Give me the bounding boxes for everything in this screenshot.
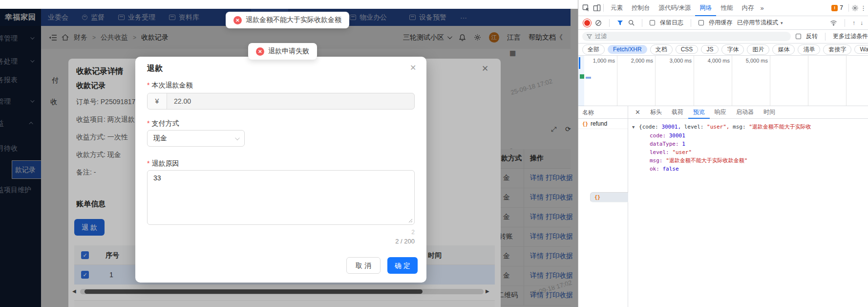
waterfall-bar [586, 77, 591, 79]
refund-reason-textarea[interactable]: 33 [147, 170, 415, 225]
filter-funnel-icon [587, 34, 592, 39]
devtools-panel: 元素 控制台 源代码/来源 网络 性能 内存 » ! 7 ⋮ [578, 0, 868, 307]
json-file-icon: {} [582, 121, 588, 127]
pay-method-select[interactable]: 现金 [147, 130, 245, 147]
tab-response[interactable]: 响应 [710, 106, 731, 119]
chip-manifest[interactable]: 清单 [798, 44, 820, 55]
required-mark: * [147, 81, 149, 89]
filter-placeholder: 过滤 [595, 32, 607, 41]
dialog-title: 退款 [147, 64, 163, 74]
char-counter: 2 / 200 [305, 238, 415, 245]
devtools-settings-icon[interactable] [851, 4, 859, 12]
error-toast: ✕ 退款金额不能大于实际收款金额 [226, 12, 349, 28]
json-property: msg: "退款金额不能大于实际收款金额" [632, 156, 868, 165]
reason-value: 33 [153, 174, 161, 182]
divider [642, 19, 642, 27]
network-toolbar: 保留日志 停用缓存 已停用节流模式 ▾ ↑ ↓ [578, 16, 868, 30]
tab-payload[interactable]: 载荷 [667, 106, 688, 119]
close-details-icon[interactable]: ✕ [635, 109, 640, 116]
chip-socket[interactable]: 套接字 [823, 44, 851, 55]
refund-amount-input[interactable]: ¥ 22.00 [147, 93, 415, 110]
cancel-button[interactable]: 取 消 [346, 257, 381, 274]
json-property: code: 30001 [632, 132, 868, 140]
network-filter-input[interactable]: 过滤 [582, 32, 791, 41]
main-app: 幸福家园 业委会 监督 业务受理 资料库 财务 停车 物业办公 [0, 0, 578, 307]
chip-all[interactable]: 全部 [582, 44, 605, 55]
currency-prefix: ¥ [148, 93, 167, 109]
tab-headers[interactable]: 标头 [645, 106, 667, 119]
tab-elements[interactable]: 元素 [606, 0, 627, 16]
selected-option: 现金 [153, 134, 167, 143]
confirm-button[interactable]: 确 定 [387, 257, 418, 274]
expand-triangle-icon[interactable]: ▼ [632, 123, 639, 132]
timeline-tick: 5,000 ms [734, 58, 768, 64]
more-filters-button[interactable]: 更多过滤条件 [833, 32, 868, 41]
tab-network[interactable]: 网络 [695, 0, 716, 16]
amount-label: *本次退款金额 [147, 81, 192, 90]
chip-doc[interactable]: 文档 [650, 44, 673, 55]
json-summary-line[interactable]: ▼{code: 30001, level: "user", msg: "退款金额… [632, 123, 868, 132]
tab-sources[interactable]: 源代码/来源 [655, 0, 696, 16]
record-network-icon[interactable] [584, 20, 590, 26]
divider [825, 33, 826, 41]
required-mark: * [147, 119, 149, 127]
devtools-main-toolbar: 元素 控制台 源代码/来源 网络 性能 内存 » ! 7 ⋮ [578, 0, 868, 16]
export-har-icon[interactable]: ↓ [860, 20, 863, 26]
more-tabs-icon[interactable]: » [758, 4, 765, 12]
resize-handle-icon[interactable] [408, 219, 413, 223]
chevron-down-icon [235, 135, 240, 140]
tab-initiator[interactable]: 启动器 [731, 106, 759, 119]
json-property: dataType: 1 [632, 140, 868, 148]
inspect-element-icon[interactable] [582, 4, 590, 12]
divider [848, 4, 849, 12]
timeline-selection-handle[interactable] [579, 57, 580, 69]
disable-cache-checkbox[interactable] [699, 20, 704, 25]
import-har-icon[interactable]: ↑ [852, 20, 855, 26]
chip-wasm[interactable]: Wasm [854, 45, 868, 54]
tab-timing[interactable]: 时间 [759, 106, 780, 119]
network-conditions-icon[interactable] [830, 20, 837, 26]
search-icon[interactable] [628, 20, 635, 26]
issues-icon[interactable]: ! [831, 5, 838, 11]
requests-header-row: 名称 ✕ 标头 载荷 预览 响应 启动器 时间 [578, 106, 868, 119]
tab-console[interactable]: 控制台 [627, 0, 655, 16]
error-circle-icon: ✕ [233, 16, 242, 24]
method-label: *支付方式 [147, 119, 179, 128]
close-icon[interactable]: ✕ [410, 63, 416, 72]
more-options-icon[interactable]: ⋮ [859, 4, 868, 12]
tab-memory[interactable]: 内存 [737, 0, 758, 16]
clear-network-icon[interactable] [595, 20, 602, 26]
json-property: ok: false [632, 165, 868, 173]
timeline-tick: 4,000 ms [696, 58, 730, 64]
error-toast: ✕ 退款申请失败 [248, 43, 317, 60]
chip-font[interactable]: 字体 [721, 44, 744, 55]
preserve-log-label: 保留日志 [660, 19, 683, 27]
tab-performance[interactable]: 性能 [716, 0, 737, 16]
preview-pane: ▼{code: 30001, level: "user", msg: "退款金额… [628, 119, 868, 307]
reason-label: *退款原因 [147, 159, 179, 168]
preserve-log-checkbox[interactable] [650, 20, 655, 25]
toast-message: 退款申请失败 [268, 47, 309, 56]
issues-count[interactable]: 7 [840, 4, 843, 11]
screenshot-root: 幸福家园 业委会 监督 业务受理 资料库 财务 停车 物业办公 [0, 0, 868, 307]
chip-js[interactable]: JS [701, 45, 719, 54]
chip-fetch-xhr[interactable]: Fetch/XHR [608, 45, 647, 54]
invert-label: 反转 [806, 32, 818, 41]
divider [845, 19, 845, 27]
request-row[interactable]: {} refund [578, 119, 628, 129]
chip-media[interactable]: 媒体 [772, 44, 795, 55]
chip-img[interactable]: 图片 [747, 44, 769, 55]
caret-down-icon: ▾ [781, 21, 783, 25]
filter-icon[interactable] [617, 20, 623, 26]
chip-css[interactable]: CSS [676, 45, 699, 54]
timeline-tick: 1,000 ms [581, 58, 615, 64]
network-overview-timeline[interactable]: 1,000 ms 2,000 ms 3,000 ms 4,000 ms 5,00… [578, 56, 868, 106]
tab-preview[interactable]: 预览 [688, 106, 710, 119]
network-filter-row: 过滤 反转 更多过滤条件 [578, 30, 868, 44]
throttling-select[interactable]: 已停用节流模式 ▾ [737, 19, 783, 27]
invert-checkbox[interactable] [796, 34, 801, 39]
required-mark: * [147, 159, 149, 167]
column-name[interactable]: 名称 [578, 106, 628, 118]
device-toolbar-icon[interactable] [593, 4, 601, 12]
json-property: level: "user" [632, 148, 868, 156]
